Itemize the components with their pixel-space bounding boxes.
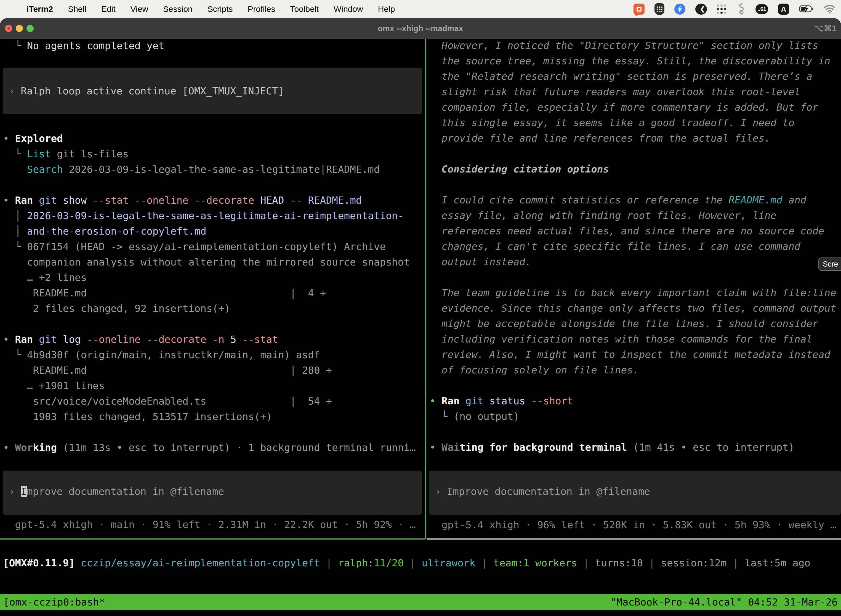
- terminal-line: • Explored: [3, 131, 63, 146]
- terminal-line: including verification notes with those …: [429, 331, 812, 347]
- battery-charging-icon[interactable]: [799, 5, 814, 13]
- menu-profiles[interactable]: Profiles: [248, 4, 275, 14]
- terminal-line: │ and-the-erosion-of-copyleft.md: [3, 224, 207, 239]
- a-square-icon[interactable]: A: [778, 4, 789, 15]
- menu-scripts[interactable]: Scripts: [208, 4, 233, 14]
- terminal-line: references need actual files, and since …: [429, 223, 824, 239]
- window-bottom-edge: [0, 610, 841, 616]
- terminal-line: companion analysis without altering the …: [3, 254, 410, 270]
- disc-notch: ❮: [700, 6, 705, 13]
- menu-window[interactable]: Window: [334, 4, 363, 14]
- tmux-status-bar: [omx-cczip0:bash* "MacBook-Pro-44.local"…: [0, 594, 841, 610]
- blue-bolt-badge-icon[interactable]: [674, 4, 686, 15]
- terminal-line: review. Also, I might want to inspect th…: [429, 347, 830, 362]
- wifi-icon[interactable]: [824, 5, 835, 13]
- terminal-line: companion file, especially if more comme…: [429, 100, 818, 115]
- terminal-line: … +2 lines: [3, 270, 86, 285]
- terminal-line: • Ran git log --oneline --decorate -n 5 …: [3, 332, 278, 347]
- chat-bubble-icon[interactable]: [633, 4, 645, 15]
- tmux-vertical-pane-border[interactable]: [425, 39, 426, 539]
- terminal-line: might be acceptable alongside the file l…: [429, 316, 818, 331]
- tmux-session-window: [omx-cczip0:bash*: [3, 596, 105, 608]
- terminal-line: Search 2026-03-09-is-legal-the-same-as-l…: [3, 162, 379, 177]
- terminal-line: However, I noticed the "Directory Struct…: [429, 39, 818, 53]
- chat-bubble-inner: [637, 7, 642, 12]
- terminal-line: └ (no output): [429, 409, 519, 424]
- iterm2-window: omx --xhigh --madmax ⌥⌘1 └ No agents com…: [0, 18, 841, 616]
- screen-overlay-chip[interactable]: Scre: [818, 258, 841, 271]
- menu-status-icons: ❮ ..61 A: [633, 3, 841, 15]
- terminal-line: • Working (11m 13s • esc to interrupt) ·…: [3, 440, 416, 455]
- bolt-glyph: [676, 5, 683, 13]
- terminal-line: The team guideline is to back every impo…: [429, 285, 836, 301]
- window-title: omx --xhigh --madmax: [0, 18, 841, 39]
- terminal-line: • Ran git show --stat --oneline --decora…: [3, 193, 362, 208]
- menu-view[interactable]: View: [130, 4, 148, 14]
- omx-session-status-bar: [OMX#0.11.9] cczip/essay/ai-reimplementa…: [3, 555, 810, 571]
- menu-edit[interactable]: Edit: [101, 4, 116, 14]
- tmux-horizontal-border-active[interactable]: [0, 538, 425, 540]
- terminal-line: provide file and line references from th…: [429, 131, 771, 146]
- terminal-line: 1903 files changed, 513517 insertions(+): [3, 409, 272, 424]
- prompt-input-text-right: › Improve documentation in @filename: [435, 484, 650, 499]
- menu-help[interactable]: Help: [378, 4, 395, 14]
- menu-toolbelt[interactable]: Toolbelt: [290, 4, 319, 14]
- terminal-line: of focusing solely on file lines.: [429, 362, 639, 378]
- tab-shortcut-hint: ⌥⌘1: [814, 18, 837, 39]
- dark-disc-icon[interactable]: ❮: [695, 4, 707, 15]
- prompt-input-left[interactable]: › Improve documentation in @filename: [3, 471, 422, 515]
- terminal-line: changes, I can't cite specific file line…: [429, 239, 800, 254]
- queued-prompt-box[interactable]: › Ralph loop active continue [OMX_TMUX_I…: [3, 67, 422, 114]
- terminal-line: README.md | 280 +: [3, 363, 332, 378]
- shield-grid-dots: [656, 6, 662, 12]
- tmux-hostname-clock: "MacBook-Pro-44.local" 04:52 31-Mar-26: [610, 596, 838, 608]
- terminal-line: README.md | 4 +: [3, 285, 326, 301]
- terminal-line: • Ran git status --short: [429, 393, 573, 409]
- shield-grid-icon[interactable]: [655, 3, 664, 15]
- tmux-horizontal-border-inactive[interactable]: [426, 538, 841, 540]
- dots-grid-icon[interactable]: [717, 4, 726, 14]
- terminal-line: slight risk that future readers may over…: [429, 84, 800, 100]
- terminal-line: essay file, along with finding root file…: [429, 208, 777, 223]
- terminal-line: gpt-5.4 xhigh · 96% left · 520K in · 5.8…: [429, 517, 836, 532]
- menu-items: iTerm2ShellEditViewSessionScriptsProfile…: [26, 4, 395, 14]
- terminal-line: … +1901 lines: [3, 378, 105, 393]
- omx-pane-left[interactable]: └ No agents completed yet• Explored └ Li…: [0, 39, 425, 538]
- prompt-input-text-left: › Improve documentation in @filename: [9, 484, 224, 499]
- terminal-line: the "Related research writing" section i…: [429, 69, 812, 84]
- percent-badge-icon[interactable]: ..61: [756, 4, 768, 14]
- terminal-line: └ List git ls-files: [3, 146, 129, 162]
- macos-menu-bar: iTerm2ShellEditViewSessionScriptsProfile…: [0, 0, 841, 18]
- terminal-line: └ No agents completed yet: [3, 39, 164, 54]
- prompt-input-right[interactable]: › Improve documentation in @filename: [429, 471, 841, 515]
- queued-prompt-text: › Ralph loop active continue [OMX_TMUX_I…: [9, 84, 284, 99]
- terminal-line: • Waiting for background terminal (1m 41…: [429, 440, 794, 455]
- terminal-line: I could cite commit statistics or refere…: [429, 192, 806, 208]
- squiggle-icon[interactable]: [736, 3, 746, 15]
- terminal-line: src/voice/voiceModeEnabled.ts | 54 +: [3, 393, 332, 409]
- terminal-line: the source tree, missing the essay. Stil…: [429, 53, 830, 69]
- terminal-content: └ No agents completed yet• Explored └ Li…: [0, 39, 841, 594]
- terminal-line: │ 2026-03-09-is-legal-the-same-as-legiti…: [3, 208, 404, 224]
- terminal-line: └ 4b9d30f (origin/main, instructkr/main,…: [3, 347, 320, 363]
- terminal-line: Considering citation options: [429, 161, 609, 177]
- window-titlebar: omx --xhigh --madmax ⌥⌘1: [0, 18, 841, 39]
- omx-pane-right[interactable]: However, I noticed the "Directory Struct…: [426, 39, 841, 538]
- terminal-line: output instead.: [429, 254, 531, 270]
- menu-shell[interactable]: Shell: [68, 4, 86, 14]
- terminal-line: this single essay, it seems like a good …: [429, 115, 794, 131]
- terminal-line: evidence. Since this change only affects…: [429, 301, 836, 316]
- terminal-line: gpt-5.4 xhigh · main · 91% left · 2.31M …: [3, 517, 416, 532]
- terminal-line: └ 067f154 (HEAD -> essay/ai-reimplementa…: [3, 239, 386, 254]
- terminal-line: 2 files changed, 92 insertions(+): [3, 301, 230, 316]
- menu-iterm2[interactable]: iTerm2: [26, 4, 53, 14]
- menu-session[interactable]: Session: [163, 4, 193, 14]
